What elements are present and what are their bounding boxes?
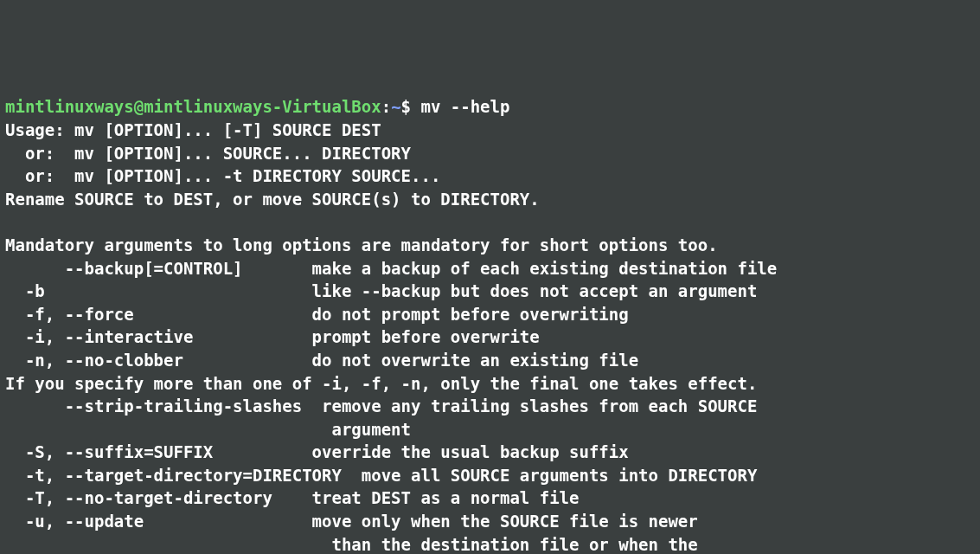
output-line: Mandatory arguments to long options are … (5, 235, 718, 254)
prompt-separator: : (381, 97, 391, 116)
output-line: --strip-trailing-slashes remove any trai… (5, 396, 757, 416)
output-line: -u, --update move only when the SOURCE f… (5, 512, 698, 531)
output-line: -f, --force do not prompt before overwri… (5, 305, 629, 324)
prompt-path: ~ (391, 97, 400, 116)
prompt-user-host: mintlinuxways@mintlinuxways-VirtualBox (5, 97, 381, 116)
output-line: Rename SOURCE to DEST, or move SOURCE(s)… (5, 190, 540, 209)
terminal-area[interactable]: mintlinuxways@mintlinuxways-VirtualBox:~… (5, 95, 975, 554)
output-line: --backup[=CONTROL] make a backup of each… (5, 259, 777, 278)
output-line: -T, --no-target-directory treat DEST as … (5, 488, 579, 507)
output-line: argument (5, 420, 411, 439)
output-line: Usage: mv [OPTION]... [-T] SOURCE DEST (5, 120, 381, 139)
output-line: -n, --no-clobber do not overwrite an exi… (5, 351, 638, 370)
output-line: than the destination file or when the (5, 535, 698, 554)
output-line: or: mv [OPTION]... SOURCE... DIRECTORY (5, 144, 411, 163)
output-line: -i, --interactive prompt before overwrit… (5, 327, 540, 346)
prompt-line: mintlinuxways@mintlinuxways-VirtualBox:~… (5, 97, 509, 116)
command-text: mv --help (420, 97, 509, 116)
output-line: If you specify more than one of -i, -f, … (5, 374, 757, 393)
output-line: -S, --suffix=SUFFIX override the usual b… (5, 442, 629, 461)
output-line: -t, --target-directory=DIRECTORY move al… (5, 466, 757, 485)
output-line: -b like --backup but does not accept an … (5, 281, 757, 300)
prompt-dollar: $ (401, 97, 421, 116)
output-line: or: mv [OPTION]... -t DIRECTORY SOURCE..… (5, 166, 440, 185)
